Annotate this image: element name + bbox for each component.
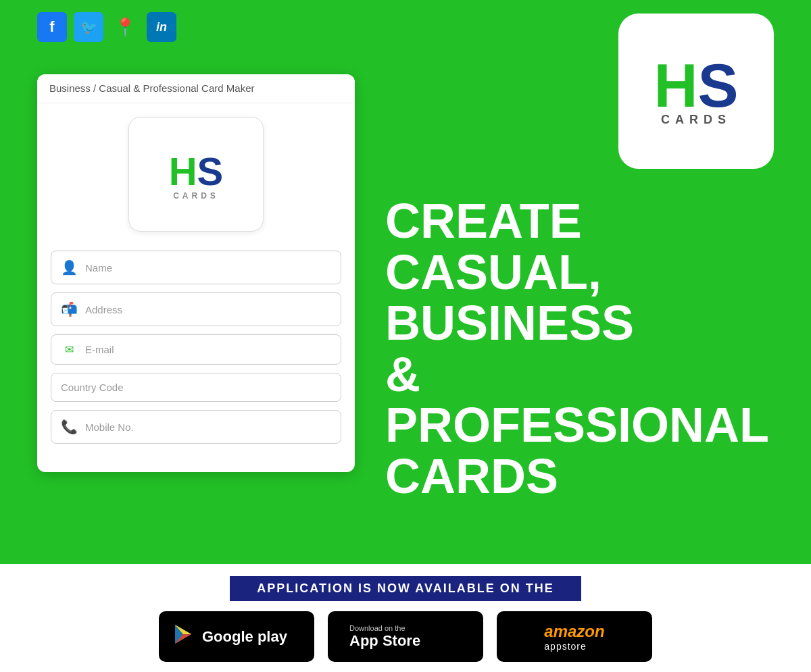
mobile-field[interactable]: 📞 Mobile No.	[51, 410, 341, 444]
phone-body: H S CARDS 👤 Name 📬 Address ✉ E-mail Coun…	[37, 103, 355, 472]
tagline-line4: CARDS	[385, 451, 774, 502]
location-icon[interactable]: 📍	[110, 12, 140, 42]
tagline: CREATE CASUAL, BUSINESS & PROFESSIONAL C…	[385, 196, 774, 502]
facebook-icon[interactable]: f	[37, 12, 67, 42]
address-placeholder: Address	[85, 304, 122, 315]
tagline-line3: & PROFESSIONAL	[385, 349, 774, 451]
tagline-line2: CASUAL, BUSINESS	[385, 247, 774, 349]
mobile-placeholder: Mobile No.	[85, 421, 134, 433]
s-letter: S	[697, 55, 738, 116]
social-bar: f 🐦 📍 in	[37, 12, 176, 42]
h-sm: H	[169, 149, 197, 194]
app-store-sub: Download on the	[349, 624, 420, 632]
name-placeholder: Name	[85, 262, 112, 274]
email-field[interactable]: ✉ E-mail	[51, 334, 341, 365]
google-play-texts: Google play	[202, 628, 287, 646]
hs-logo-small-letters: H S	[169, 149, 224, 194]
hs-logo-letters: H S	[654, 55, 738, 116]
cards-sm: CARDS	[173, 191, 219, 201]
country-code-field[interactable]: Country Code	[51, 373, 341, 402]
mobile-icon: 📞	[61, 419, 77, 435]
tagline-line1: CREATE	[385, 196, 774, 247]
amazon-word: amazon	[544, 622, 604, 641]
email-placeholder: E-mail	[85, 344, 114, 355]
store-badges: Google play Download on the App Store am…	[159, 611, 652, 662]
amazon-sub: appstore	[544, 641, 586, 652]
google-play-label: Google play	[202, 628, 287, 646]
google-play-badge[interactable]: Google play	[159, 611, 314, 662]
h-letter: H	[654, 55, 697, 116]
app-store-badge[interactable]: Download on the App Store	[328, 611, 483, 662]
s-sm: S	[197, 149, 224, 194]
app-store-texts: Download on the App Store	[349, 624, 420, 650]
bottom-section: APPLICATION IS NOW AVAILABLE ON THE Goog…	[0, 564, 811, 672]
phone-panel: Business / Casual & Professional Card Ma…	[37, 74, 355, 472]
address-icon: 📬	[61, 301, 77, 317]
phone-header-text: Business / Casual & Professional Card Ma…	[49, 82, 254, 94]
cards-text-main: CARDS	[661, 113, 731, 127]
email-icon: ✉	[61, 343, 77, 356]
phone-header: Business / Casual & Professional Card Ma…	[37, 74, 355, 103]
linkedin-icon[interactable]: in	[147, 12, 176, 42]
hs-logo-small: H S CARDS	[128, 117, 264, 232]
name-icon: 👤	[61, 259, 77, 276]
amazon-badge[interactable]: amazon appstore	[497, 611, 652, 662]
hs-logo-main: H S CARDS	[618, 14, 774, 169]
name-field[interactable]: 👤 Name	[51, 251, 341, 284]
address-field[interactable]: 📬 Address	[51, 292, 341, 326]
country-code-placeholder: Country Code	[61, 382, 124, 393]
app-banner: APPLICATION IS NOW AVAILABLE ON THE	[230, 576, 581, 601]
amazon-logo: amazon appstore	[544, 622, 604, 652]
app-store-label: App Store	[349, 632, 420, 650]
twitter-icon[interactable]: 🐦	[74, 12, 103, 42]
google-play-icon	[172, 623, 194, 650]
